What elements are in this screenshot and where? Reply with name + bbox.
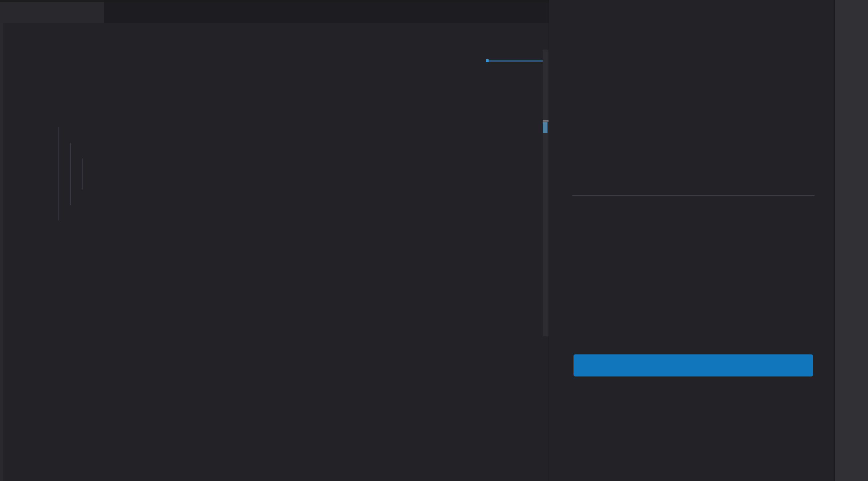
editor-scrollbar[interactable] — [543, 50, 549, 336]
activity-bar — [834, 0, 868, 481]
indent-guide — [70, 143, 71, 205]
minimap-modified-marker — [486, 59, 489, 62]
divider — [572, 195, 815, 196]
minimap[interactable] — [488, 50, 543, 76]
breadcrumb — [0, 28, 543, 50]
scrollbar-tick — [543, 120, 549, 122]
scrollbar-thumb[interactable] — [543, 122, 547, 133]
minimap-current-line — [486, 60, 543, 62]
nx-console-panel — [549, 0, 834, 481]
powered-by-nx-cloud[interactable] — [573, 408, 813, 423]
vscode-window — [0, 0, 868, 481]
setup-nx-cloud-button[interactable] — [573, 354, 813, 376]
nx-cloud-features — [549, 69, 835, 188]
editor-tab-bar — [0, 2, 549, 23]
tab-app-tsx[interactable] — [0, 2, 104, 23]
indent-guide — [58, 127, 59, 221]
editor-left-margin — [0, 23, 3, 481]
indent-guide — [82, 158, 83, 190]
